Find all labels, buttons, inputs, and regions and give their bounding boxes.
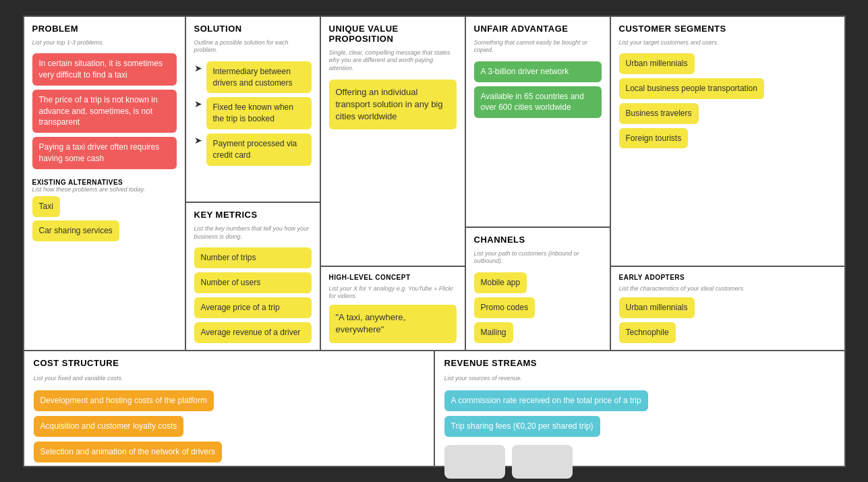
revenue-subtitle: List your sources of revenue. xyxy=(444,375,835,383)
channels-cell: CHANNELS List your path to customers (in… xyxy=(466,228,610,350)
top-section: PROBLEM List your top 1-3 problems. In c… xyxy=(24,17,844,351)
unfair-item-1: A 3-billion driver network xyxy=(474,61,602,82)
revenue-title: REVENUE STREAMS xyxy=(444,358,835,368)
early-adopters-cell: EARLY ADOPTERS List the characteristics … xyxy=(611,267,844,349)
uvp-title: UNIQUE VALUE PROPOSITION xyxy=(329,24,457,44)
early-item-1: Urban millennials xyxy=(619,297,695,318)
uvp-cell: UNIQUE VALUE PROPOSITION Single, clear, … xyxy=(321,17,465,267)
solution-item-3: Payment processed via credit card xyxy=(206,133,312,166)
metric-2: Number of users xyxy=(194,272,312,293)
solution-arrow-3: ➤ Payment processed via credit card xyxy=(194,133,312,166)
metric-3: Average price of a trip xyxy=(194,297,312,318)
cost-cell: COST STRUCTURE List your fixed and varia… xyxy=(24,351,435,466)
cost-subtitle: List your fixed and variable costs. xyxy=(34,375,424,383)
cost-item-1: Development and hosting costs of the pla… xyxy=(34,390,214,411)
metrics-title: KEY METRICS xyxy=(194,210,312,220)
arrow-icon-1: ➤ xyxy=(194,63,202,73)
existing-item-1: Taxi xyxy=(32,196,60,217)
unfair-cell: UNFAIR ADVANTAGE Something that cannot e… xyxy=(466,17,610,228)
problem-title: PROBLEM xyxy=(32,24,177,34)
hlc-sub: List your X for Y analogy e.g. YouTube =… xyxy=(329,285,457,301)
solution-arrow-2: ➤ Fixed fee known when the trip is booke… xyxy=(194,97,312,129)
solution-item-2: Fixed fee known when the trip is booked xyxy=(206,97,312,129)
cost-title: COST STRUCTURE xyxy=(34,358,424,368)
problem-item-3: Paying a taxi driver often requires havi… xyxy=(32,137,177,169)
metric-4: Average revenue of a driver xyxy=(194,322,312,343)
existing-alt-sub: List how these problems are solved today… xyxy=(32,186,177,194)
problem-item-1: In certain situation, it is sometimes ve… xyxy=(32,53,177,86)
revenue-cell: REVENUE STREAMS List your sources of rev… xyxy=(435,351,844,466)
early-sub: List the characteristics of your ideal c… xyxy=(619,285,836,293)
uvp-main-tag: Offering an individual transport solutio… xyxy=(329,80,457,130)
cost-item-3: Selection and animation of the network o… xyxy=(34,442,222,462)
existing-alternatives: EXISTING ALTERNATIVES List how these pro… xyxy=(32,179,177,241)
hlc-tag: "A taxi, anywhere, everywhere" xyxy=(329,305,457,342)
channels-title: CHANNELS xyxy=(474,235,602,245)
solution-arrow-1: ➤ Intermediary between drivers and custo… xyxy=(194,61,312,94)
segment-2: Local business people transportation xyxy=(619,78,764,99)
hlc-cell: HIGH-LEVEL CONCEPT List your X for Y ana… xyxy=(321,267,465,350)
uvp-subtitle: Single, clear, compelling message that s… xyxy=(329,49,457,73)
revenue-item-2: Trip sharing fees (€0,20 per shared trip… xyxy=(444,416,600,437)
unfair-subtitle: Something that cannot easily be bought o… xyxy=(474,39,602,55)
segment-3: Business travelers xyxy=(619,103,699,124)
segment-1: Urban millennials xyxy=(619,53,695,74)
segments-col: CUSTOMER SEGMENTS List your target custo… xyxy=(611,17,844,350)
existing-alt-title: EXISTING ALTERNATIVES xyxy=(32,179,177,186)
revenue-item-1: A commission rate received on the total … xyxy=(444,390,648,411)
channel-1: Mobile app xyxy=(474,272,527,293)
unfair-item-2: Available in 65 countries and over 600 c… xyxy=(474,86,602,119)
early-title: EARLY ADOPTERS xyxy=(619,274,836,281)
channel-3: Mailing xyxy=(474,322,513,343)
metrics-subtitle: List the key numbers that tell you how y… xyxy=(194,225,312,241)
unfair-title: UNFAIR ADVANTAGE xyxy=(474,24,602,34)
placeholder-blob-2 xyxy=(512,445,573,479)
hlc-title: HIGH-LEVEL CONCEPT xyxy=(329,274,457,281)
segments-subtitle: List your target customers and users. xyxy=(619,39,836,47)
problem-subtitle: List your top 1-3 problems. xyxy=(32,39,177,47)
unfair-channels-col: UNFAIR ADVANTAGE Something that cannot e… xyxy=(466,17,611,350)
arrow-icon-3: ➤ xyxy=(194,135,202,146)
early-item-2: Technophile xyxy=(619,322,676,343)
segments-cell: CUSTOMER SEGMENTS List your target custo… xyxy=(611,17,844,268)
bottom-section: COST STRUCTURE List your fixed and varia… xyxy=(24,351,844,466)
arrow-icon-2: ➤ xyxy=(194,98,202,109)
solution-cell: SOLUTION Outline a possible solution for… xyxy=(186,17,320,203)
solution-title: SOLUTION xyxy=(194,24,312,34)
solution-subtitle: Outline a possible solution for each pro… xyxy=(194,39,312,55)
solution-metrics-col: SOLUTION Outline a possible solution for… xyxy=(186,17,321,350)
key-metrics-cell: KEY METRICS List the key numbers that te… xyxy=(186,203,320,350)
channel-2: Promo codes xyxy=(474,297,536,318)
uvp-col: UNIQUE VALUE PROPOSITION Single, clear, … xyxy=(321,17,466,350)
problem-item-2: The price of a trip is not known in adva… xyxy=(32,90,177,133)
placeholder-blob-1 xyxy=(444,445,505,479)
solution-item-1: Intermediary between drivers and custome… xyxy=(206,61,312,94)
problem-cell: PROBLEM List your top 1-3 problems. In c… xyxy=(24,17,186,350)
metric-1: Number of trips xyxy=(194,247,312,268)
cost-item-2: Acquisition and customer loyalty costs xyxy=(34,416,184,437)
segment-4: Foreign tourists xyxy=(619,128,689,149)
existing-item-2: Car sharing services xyxy=(32,220,119,241)
lean-canvas: PROBLEM List your top 1-3 problems. In c… xyxy=(23,16,846,467)
channels-sub: List your path to customers (inbound or … xyxy=(474,250,602,266)
segments-title: CUSTOMER SEGMENTS xyxy=(619,24,836,34)
